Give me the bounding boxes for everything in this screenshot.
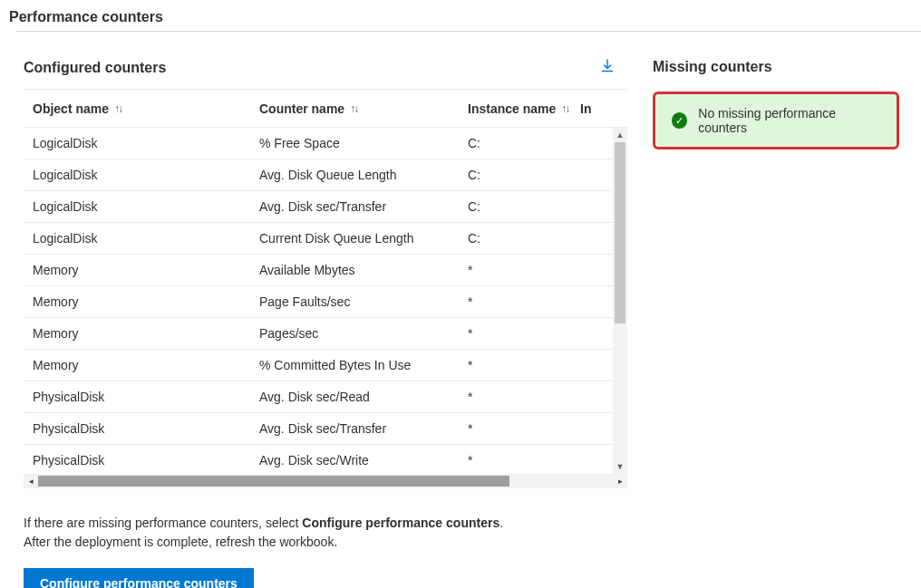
cell-counter: Current Disk Queue Length: [259, 231, 468, 246]
cell-instance: *: [468, 294, 580, 309]
success-icon: ✓: [672, 112, 687, 129]
check-icon: ✓: [675, 116, 683, 126]
cell-object: PhysicalDisk: [33, 453, 259, 468]
table-row[interactable]: PhysicalDiskAvg. Disk sec/Read*: [24, 381, 627, 413]
sort-icon: ↑↓: [561, 102, 568, 115]
col-counter-name[interactable]: Counter name ↑↓: [259, 101, 468, 116]
cell-counter: % Committed Bytes In Use: [259, 358, 468, 372]
cell-instance: *: [468, 421, 580, 436]
download-icon[interactable]: [600, 59, 627, 76]
cell-counter: Avg. Disk sec/Write: [259, 453, 468, 468]
configure-performance-counters-button[interactable]: Configure performance counters: [24, 568, 254, 588]
cell-object: LogicalDisk: [33, 136, 259, 150]
cell-object: PhysicalDisk: [33, 421, 259, 436]
cell-counter: % Free Space: [259, 136, 468, 150]
cell-object: Memory: [33, 263, 259, 277]
cell-instance: C:: [468, 199, 580, 214]
instructions-text: If there are missing performance counter…: [24, 514, 627, 552]
col-in-label: In: [580, 101, 591, 116]
cell-instance: C:: [468, 136, 580, 150]
table-body: LogicalDisk% Free SpaceC:LogicalDiskAvg.…: [24, 128, 627, 474]
vertical-scrollbar[interactable]: ▲ ▼: [613, 128, 627, 474]
table-row[interactable]: LogicalDiskAvg. Disk sec/TransferC:: [24, 191, 627, 223]
col-object-name[interactable]: Object name ↑↓: [33, 101, 259, 116]
cell-counter: Pages/sec: [259, 326, 468, 341]
cell-counter: Page Faults/sec: [259, 294, 468, 309]
configured-counters-heading: Configured counters: [24, 60, 600, 76]
cell-instance: C:: [468, 168, 580, 182]
cell-instance: *: [468, 358, 580, 372]
horizontal-scrollbar[interactable]: ◂ ▸: [24, 474, 627, 488]
table-row[interactable]: LogicalDiskAvg. Disk Queue LengthC:: [24, 159, 627, 191]
cell-instance: *: [468, 390, 580, 404]
scroll-up-icon[interactable]: ▲: [613, 128, 627, 142]
cell-object: LogicalDisk: [33, 168, 259, 182]
cell-object: LogicalDisk: [33, 231, 259, 246]
col-counter-label: Counter name: [259, 101, 344, 116]
table-row[interactable]: PhysicalDiskAvg. Disk sec/Write*: [24, 445, 627, 474]
table-row[interactable]: PhysicalDiskAvg. Disk sec/Transfer*: [24, 413, 627, 445]
note-line2: After the deployment is complete, refres…: [24, 535, 337, 549]
cell-object: Memory: [33, 326, 259, 341]
cell-instance: *: [468, 263, 580, 277]
no-missing-counters-banner: ✓ No missing performance counters: [653, 92, 899, 149]
page-title: Performance counters: [0, 0, 921, 31]
note-prefix: If there are missing performance counter…: [24, 516, 302, 530]
table-row[interactable]: MemoryAvailable Mbytes*: [24, 255, 627, 286]
col-object-label: Object name: [33, 101, 109, 116]
sort-icon: ↑↓: [350, 102, 357, 115]
table-header-row: Object name ↑↓ Counter name ↑↓ Instance …: [24, 90, 627, 128]
cell-instance: C:: [468, 231, 580, 246]
cell-counter: Avg. Disk Queue Length: [259, 168, 468, 182]
vertical-scroll-thumb[interactable]: [615, 142, 625, 323]
table-row[interactable]: LogicalDisk% Free SpaceC:: [24, 128, 627, 159]
missing-counters-heading: Missing counters: [653, 59, 899, 75]
scroll-left-icon[interactable]: ◂: [24, 474, 38, 488]
cell-counter: Avg. Disk sec/Transfer: [259, 421, 468, 436]
cell-object: Memory: [33, 358, 259, 372]
cell-object: PhysicalDisk: [33, 390, 259, 404]
col-instance-label: Instance name: [468, 101, 556, 116]
table-row[interactable]: Memory% Committed Bytes In Use*: [24, 350, 627, 381]
cell-instance: *: [468, 326, 580, 341]
no-missing-counters-text: No missing performance counters: [698, 106, 880, 135]
table-row[interactable]: MemoryPages/sec*: [24, 318, 627, 350]
col-instance-name[interactable]: Instance name ↑↓: [468, 101, 580, 116]
sort-icon: ↑↓: [114, 102, 121, 115]
counters-table: Object name ↑↓ Counter name ↑↓ Instance …: [24, 89, 627, 488]
scroll-right-icon[interactable]: ▸: [613, 474, 627, 488]
table-row[interactable]: LogicalDiskCurrent Disk Queue LengthC:: [24, 223, 627, 255]
cell-instance: *: [468, 453, 580, 468]
cell-counter: Available Mbytes: [259, 263, 468, 277]
cell-counter: Avg. Disk sec/Read: [259, 390, 468, 404]
horizontal-scroll-thumb[interactable]: [38, 476, 509, 487]
note-bold: Configure performance counters: [302, 516, 499, 530]
cell-counter: Avg. Disk sec/Transfer: [259, 199, 468, 214]
scroll-down-icon[interactable]: ▼: [613, 459, 627, 474]
cell-object: Memory: [33, 294, 259, 309]
col-in[interactable]: In: [580, 101, 598, 116]
note-suffix: .: [499, 516, 503, 530]
table-row[interactable]: MemoryPage Faults/sec*: [24, 286, 627, 318]
cell-object: LogicalDisk: [33, 199, 259, 214]
